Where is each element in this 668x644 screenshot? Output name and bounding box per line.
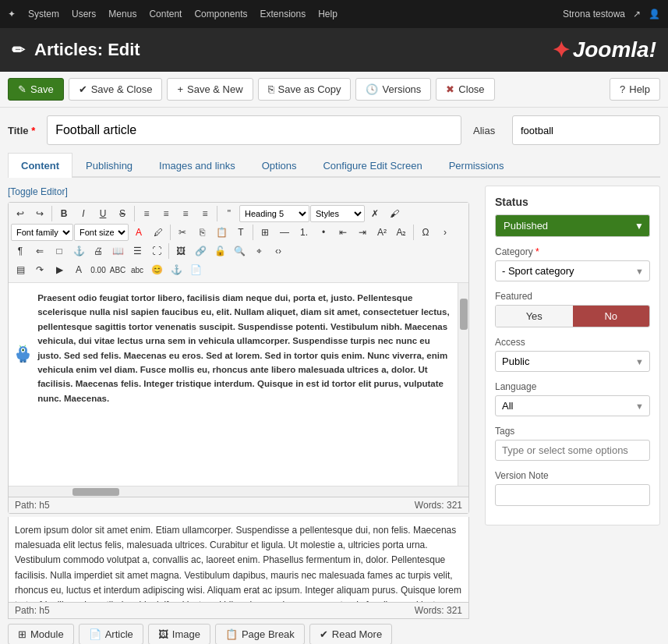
tab-images-links[interactable]: Images and links	[146, 153, 249, 178]
table-icon[interactable]: ⊞	[256, 224, 274, 241]
paste-text-icon[interactable]: T	[232, 224, 250, 241]
highlight-icon[interactable]: 🖊	[149, 224, 168, 241]
language-select[interactable]: All English Polish	[495, 395, 650, 416]
font2-icon[interactable]: A	[69, 261, 88, 278]
toggle-editor[interactable]: [Toggle Editor]	[8, 186, 68, 197]
styles-select[interactable]: Styles	[310, 205, 365, 222]
lowercase-icon[interactable]: abc	[128, 261, 147, 278]
page-break-button[interactable]: 📋 Page Break	[215, 624, 305, 644]
site-name[interactable]: Strona testowa	[563, 9, 625, 19]
box-icon[interactable]: □	[50, 242, 69, 260]
save-copy-button[interactable]: ⎘ Save as Copy	[258, 78, 352, 101]
img-icon[interactable]: 🖼	[171, 242, 190, 260]
anchor2-icon[interactable]: ⚓	[167, 261, 186, 278]
cut-icon[interactable]: ✂	[173, 224, 192, 241]
outdent-icon[interactable]: ⇤	[334, 224, 352, 241]
list-ordered-icon[interactable]: 1.	[295, 224, 313, 241]
nav-content[interactable]: Content	[149, 9, 182, 19]
link-icon[interactable]: 🔗	[191, 242, 210, 260]
nav-help[interactable]: Help	[318, 9, 338, 19]
layer-icon[interactable]: ☰	[128, 242, 147, 260]
nav-users[interactable]: Users	[72, 9, 96, 19]
tab-options[interactable]: Options	[249, 153, 310, 178]
media-icon[interactable]: ▶	[50, 261, 69, 278]
help-button[interactable]: ? Help	[610, 78, 660, 101]
title-input[interactable]	[47, 115, 461, 145]
module-button[interactable]: ⊞ Module	[8, 624, 74, 644]
hr-icon[interactable]: —	[275, 224, 294, 241]
spell-icon[interactable]: 📖	[108, 242, 127, 260]
num-icon[interactable]: 0.00	[89, 261, 108, 278]
undo-icon[interactable]: ↩	[11, 205, 30, 222]
unlink-icon[interactable]: 🔓	[210, 242, 229, 260]
featured-yes-button[interactable]: Yes	[496, 306, 573, 327]
nav-extensions[interactable]: Extensions	[260, 9, 306, 19]
copy-icon-btn[interactable]: ⎘	[193, 224, 211, 241]
status-select[interactable]: Published Unpublished Archived Trashed	[495, 214, 650, 237]
align-justify-icon[interactable]: ≡	[196, 205, 214, 222]
anchor-icon[interactable]: ⚓	[69, 242, 88, 260]
version-note-input[interactable]	[495, 484, 650, 506]
align-center-icon[interactable]: ≡	[157, 205, 175, 222]
font-family-select[interactable]: Font family	[11, 224, 73, 241]
superscript-icon[interactable]: A²	[373, 224, 391, 241]
special-char-icon[interactable]: Ω	[416, 224, 435, 241]
paragraph-icon[interactable]: ¶	[11, 242, 30, 260]
save-new-button[interactable]: + Save & New	[167, 78, 253, 101]
tab-permissions[interactable]: Permissions	[436, 153, 518, 178]
strikethrough-icon[interactable]: S	[113, 205, 132, 222]
versions-button[interactable]: 🕓 Versions	[355, 78, 431, 101]
italic-icon[interactable]: I	[74, 205, 93, 222]
fullscreen-icon[interactable]: ⛶	[147, 242, 166, 260]
image-button[interactable]: 🖼 Image	[148, 624, 210, 644]
article-button[interactable]: 📄 Article	[79, 624, 143, 644]
replace-icon[interactable]: ⌖	[249, 242, 268, 260]
bold-icon[interactable]: B	[55, 205, 73, 222]
subscript-icon[interactable]: A₂	[392, 224, 411, 241]
paint-icon[interactable]: 🖌	[385, 205, 404, 222]
blockquote-icon[interactable]: "	[220, 205, 239, 222]
align-right-icon[interactable]: ≡	[176, 205, 195, 222]
underline-icon[interactable]: U	[94, 205, 112, 222]
nav-components[interactable]: Components	[194, 9, 247, 19]
tab-configure[interactable]: Configure Edit Screen	[309, 153, 435, 178]
print-icon[interactable]: 🖨	[89, 242, 108, 260]
style2-icon[interactable]: ▤	[11, 261, 30, 278]
more-icon[interactable]: ›	[436, 224, 454, 241]
heading-select[interactable]: Heading 5	[239, 205, 309, 222]
redo-icon[interactable]: ↪	[30, 205, 49, 222]
access-select[interactable]: Public Registered Special	[495, 351, 650, 372]
text-dir-icon[interactable]: ⇐	[30, 242, 49, 260]
save-close-button[interactable]: ✔ Save & Close	[69, 78, 163, 101]
editor-scrollbar[interactable]	[458, 283, 468, 486]
align-left-icon[interactable]: ≡	[137, 205, 156, 222]
read-more-button[interactable]: ✔ Read More	[309, 624, 392, 644]
eraser-icon[interactable]: ✗	[366, 205, 384, 222]
ltr-icon[interactable]: ↷	[30, 261, 49, 278]
emoji-icon[interactable]: 😊	[147, 261, 166, 278]
access-group: Access Public Registered Special ▼	[495, 337, 650, 372]
font-size-select[interactable]: Font size	[74, 224, 129, 241]
user-icon[interactable]: 👤	[649, 9, 660, 19]
tab-publishing[interactable]: Publishing	[72, 153, 146, 178]
source-icon[interactable]: ‹›	[269, 242, 288, 260]
h-scrollbar[interactable]	[9, 486, 468, 497]
template-icon[interactable]: 📄	[186, 261, 205, 278]
alias-input[interactable]	[512, 115, 660, 145]
indent-icon[interactable]: ⇥	[353, 224, 372, 241]
save-button[interactable]: ✎ Save	[8, 78, 64, 101]
nav-system[interactable]: System	[28, 9, 59, 19]
close-button[interactable]: ✖ Close	[436, 78, 494, 101]
lorem-content[interactable]: Lorem ipsum dolor sit amet enim. Etiam u…	[8, 517, 469, 603]
tab-content[interactable]: Content	[8, 153, 72, 178]
nav-menus[interactable]: Menus	[108, 9, 136, 19]
code-icon[interactable]: ABC	[108, 261, 127, 278]
editor-text-area[interactable]: Praesent odio feugiat tortor libero, fac…	[9, 283, 458, 486]
font-color-icon[interactable]: A	[129, 224, 148, 241]
category-select[interactable]: - Sport category	[495, 260, 650, 281]
paste-icon[interactable]: 📋	[212, 224, 231, 241]
tags-input[interactable]	[495, 440, 650, 461]
list-unordered-icon[interactable]: •	[314, 224, 333, 241]
find-icon[interactable]: 🔍	[230, 242, 249, 260]
featured-no-button[interactable]: No	[573, 306, 650, 327]
